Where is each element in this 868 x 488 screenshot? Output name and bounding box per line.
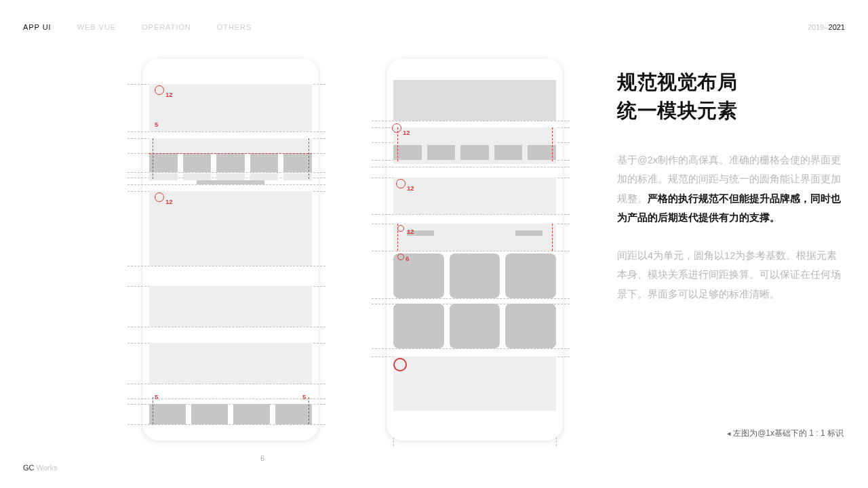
wf-row [149, 174, 312, 180]
nav-tab-others[interactable]: OTHERS [217, 23, 252, 31]
nav-tab-app-ui[interactable]: APP UI [23, 23, 52, 31]
nav-tab-web-vue[interactable]: WEB VUE [77, 23, 116, 31]
wf-block [149, 343, 312, 384]
corner-radius-marker [393, 358, 407, 371]
radius-value: 6 [406, 255, 409, 262]
wf-tabbar [149, 404, 312, 424]
corner-radius-marker [155, 85, 164, 95]
paragraph-1: 基于@2x制作的高保真。准确的栅格会使的界面更加的标准。规范的间距与统一的圆角能… [617, 150, 845, 227]
radius-value: 12 [403, 129, 410, 136]
date-range: 2019–2021 [808, 23, 845, 31]
page-title: 规范视觉布局 统一模块元素 [617, 68, 845, 125]
gap-value: 5 [155, 121, 158, 128]
wf-block [393, 178, 556, 214]
top-nav: APP UI WEB VUE OPERATION OTHERS 2019–202… [23, 19, 845, 35]
wf-block [149, 191, 312, 266]
wf-row [393, 145, 556, 160]
gap-label: 6 [250, 454, 264, 462]
wf-hero [393, 80, 556, 121]
mockup-phone-1x: 12 5 12 5 5 [142, 58, 319, 441]
wf-block [393, 357, 556, 411]
wf-block [393, 224, 556, 251]
wf-grid-row [393, 304, 556, 348]
paragraph-2: 间距以4为单元，圆角以12为参考基数。根据元素本身、模块关系进行间距换算。可以保… [617, 246, 845, 304]
footer-brand: GC Works [23, 464, 58, 472]
caption-note: 左图为@1x基础下的 1 : 1 标识 [727, 428, 844, 439]
corner-radius-marker [155, 192, 164, 202]
wf-bar [197, 180, 264, 184]
wf-label [515, 230, 542, 236]
corner-radius-marker [397, 225, 404, 232]
gap-value: 5 [155, 393, 158, 401]
corner-radius-marker [397, 253, 404, 260]
wf-block [149, 84, 312, 131]
radius-value: 12 [407, 228, 414, 235]
nav-tab-operation[interactable]: OPERATION [142, 23, 191, 31]
description-panel: 规范视觉布局 统一模块元素 基于@2x制作的高保真。准确的栅格会使的界面更加的标… [617, 68, 845, 304]
radius-value: 12 [165, 91, 173, 98]
wf-block [149, 138, 312, 153]
radius-value: 12 [407, 184, 414, 192]
corner-radius-marker [396, 179, 406, 188]
wf-grid-row [393, 253, 556, 298]
radius-value: 12 [165, 198, 173, 205]
gap-value: 5 [302, 393, 306, 401]
wf-block [149, 286, 312, 327]
wf-row [149, 153, 312, 172]
corner-radius-marker [392, 123, 401, 133]
mockup-phone-2x: 12 12 12 6 [387, 58, 563, 441]
